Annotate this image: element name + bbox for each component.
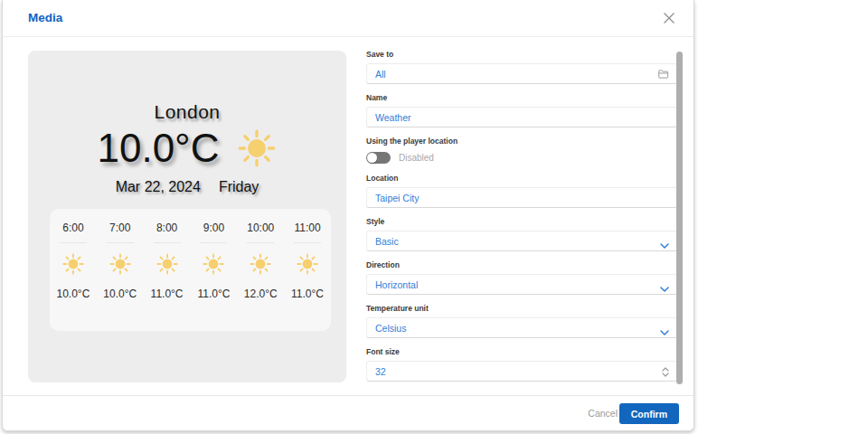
weather-date: Mar 22, 2024 xyxy=(116,179,201,195)
forecast-item: 6:00 10.0°C xyxy=(50,209,97,331)
sunny-icon xyxy=(236,127,278,169)
forecast-item: 11:00 11.0°C xyxy=(284,209,331,331)
forecast-temp: 10.0°C xyxy=(50,288,97,300)
stepper-updown-icon[interactable] xyxy=(662,367,669,377)
forecast-item: 9:00 11.0°C xyxy=(190,209,237,331)
form-scrollbar-thumb[interactable] xyxy=(676,52,683,384)
forecast-divider xyxy=(154,242,181,243)
location-label: Location xyxy=(366,174,677,183)
location-value: Taipei City xyxy=(375,193,419,203)
style-label: Style xyxy=(366,217,677,226)
forecast-time: 11:00 xyxy=(284,222,331,234)
sunny-icon xyxy=(108,252,132,276)
temperature-unit-label: Temperature unit xyxy=(366,304,677,313)
font-size-label: Font size xyxy=(366,347,677,356)
sunny-icon xyxy=(202,252,225,276)
direction-value: Horizontal xyxy=(375,279,418,290)
style-row: Style Basic xyxy=(366,217,677,251)
weather-city: London xyxy=(28,101,346,123)
page: Media London 10.0°C xyxy=(0,0,868,434)
settings-form: Save to All Name Weather xyxy=(366,45,677,391)
forecast-divider xyxy=(247,242,274,243)
style-select[interactable]: Basic xyxy=(366,231,677,251)
forecast-time: 10:00 xyxy=(237,222,284,234)
cancel-button[interactable]: Cancel xyxy=(588,408,618,419)
forecast-divider xyxy=(294,242,321,243)
close-icon[interactable] xyxy=(663,12,675,24)
save-to-value: All xyxy=(375,69,386,80)
player-location-label: Using the player location xyxy=(366,137,677,146)
save-to-label: Save to xyxy=(366,50,677,59)
forecast-temp: 11.0°C xyxy=(144,288,191,300)
forecast-time: 8:00 xyxy=(144,222,191,234)
player-location-state: Disabled xyxy=(399,153,434,163)
name-value: Weather xyxy=(375,112,411,123)
font-size-value: 32 xyxy=(375,366,386,377)
forecast-item: 10:00 12.0°C xyxy=(237,209,284,331)
player-location-row: Using the player location Disabled xyxy=(366,137,677,165)
direction-row: Direction Horizontal xyxy=(366,260,677,295)
save-to-row: Save to All xyxy=(366,50,677,84)
sunny-icon xyxy=(156,252,179,276)
forecast-time: 7:00 xyxy=(97,222,144,234)
name-input[interactable]: Weather xyxy=(366,107,677,127)
forecast-divider xyxy=(107,242,134,243)
name-label: Name xyxy=(366,93,677,102)
font-size-stepper[interactable]: 32 xyxy=(366,361,677,382)
forecast-temp: 11.0°C xyxy=(284,288,331,300)
temperature-unit-select[interactable]: Celsius xyxy=(366,317,677,338)
hourly-forecast: 6:00 10.0°C 7:00 10.0°C 8:00 xyxy=(50,209,331,331)
forecast-temp: 12.0°C xyxy=(237,288,284,300)
chevron-down-icon xyxy=(660,326,669,332)
sunny-icon xyxy=(61,252,85,276)
sunny-icon xyxy=(296,252,319,276)
chevron-down-icon xyxy=(660,240,669,245)
weather-preview-panel: London 10.0°C xyxy=(28,51,346,382)
forecast-divider xyxy=(60,242,87,243)
forecast-item: 7:00 10.0°C xyxy=(97,209,144,331)
forecast-time: 9:00 xyxy=(190,222,237,234)
weather-temperature: 10.0°C xyxy=(97,126,219,171)
temperature-unit-value: Celsius xyxy=(375,323,406,334)
style-value: Basic xyxy=(375,236,399,247)
name-row: Name Weather xyxy=(366,93,677,127)
chevron-down-icon xyxy=(660,283,669,288)
weather-weekday: Friday xyxy=(219,179,259,195)
location-row: Location Taipei City xyxy=(366,174,677,208)
forecast-divider xyxy=(200,242,227,243)
media-dialog: Media London 10.0°C xyxy=(2,0,694,431)
direction-select[interactable]: Horizontal xyxy=(366,274,677,295)
player-location-toggle-row: Disabled xyxy=(366,150,677,165)
font-size-row: Font size 32 xyxy=(366,347,677,382)
direction-label: Direction xyxy=(366,260,677,269)
sunny-icon xyxy=(249,252,272,276)
temperature-unit-row: Temperature unit Celsius xyxy=(366,304,677,338)
toggle-knob xyxy=(367,153,377,163)
confirm-button[interactable]: Confirm xyxy=(619,403,679,424)
forecast-item: 8:00 11.0°C xyxy=(144,209,191,331)
player-location-toggle[interactable] xyxy=(366,152,391,164)
location-input[interactable]: Taipei City xyxy=(366,187,677,208)
weather-current: London 10.0°C xyxy=(28,101,346,195)
folder-icon[interactable] xyxy=(657,68,670,80)
dialog-footer: Cancel Confirm xyxy=(3,395,693,430)
forecast-temp: 11.0°C xyxy=(190,288,237,300)
forecast-temp: 10.0°C xyxy=(97,288,144,300)
save-to-field[interactable]: All xyxy=(366,63,677,84)
weather-date-row: Mar 22, 2024 Friday xyxy=(28,179,346,195)
weather-temp-row: 10.0°C xyxy=(28,123,346,174)
forecast-time: 6:00 xyxy=(50,222,97,234)
dialog-header: Media xyxy=(3,0,693,37)
dialog-title: Media xyxy=(28,11,62,24)
